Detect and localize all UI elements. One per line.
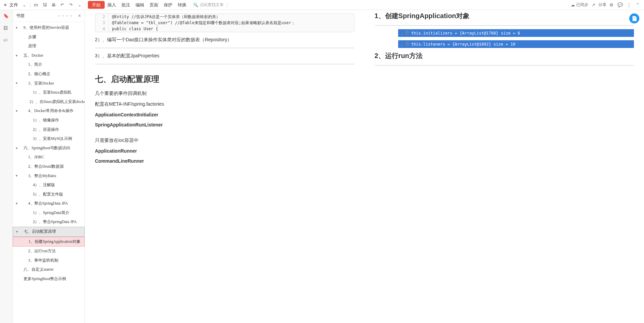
float-assistant-badge[interactable]: 📄 [629,13,639,23]
bookmark-sidebar: 书签 ▫ ▫ ▫ ▫ ✕ ▾9、使用外置的Servlet容器步骤原理▾五、Doc… [13,10,85,323]
top-toolbar: ≡ 文件 ⌄ 🗁 🖫 🖶 ↶ ↷ ⌄ 开始插入批注编辑页面保护转换 🔍 点此查找… [0,0,644,10]
bookmark-item[interactable]: 2）、整合SpringData JPA [13,217,85,227]
left-page: 2@Entity //告诉JPA这是一个实体类（和数据表映射的类）3@Table… [85,10,365,323]
tag-rail-icon[interactable]: 🏷 [3,38,9,44]
sync-status[interactable]: ☁ 已同步 [571,2,588,8]
bookmark-item[interactable]: 1、简介 [13,60,85,69]
bookmark-item[interactable]: 1）、SpringData简介 [13,208,85,218]
settings-icon[interactable]: ⚙ [608,1,615,9]
search-box[interactable]: 🔍 点此查找文本 ⋮ [193,2,229,8]
bookmark-item[interactable]: ▾4、Docker常用命令&操作 [13,106,85,116]
bookmark-item[interactable]: 2、整合Druid数据源 [13,162,85,171]
debug-header-listeners[interactable]: ⌄ ⓕ this.listeners = {ArrayList@1892} si… [398,40,634,48]
menu-转换[interactable]: 转换 [175,1,189,9]
heading-run: 2、运行run方法 [375,51,634,60]
menu-保护[interactable]: 保护 [161,1,175,9]
sidebar-tool-1-icon[interactable]: ▫ [58,13,59,18]
chat-icon[interactable]: 💬 [616,1,624,9]
code-block-entity: 2@Entity //告诉JPA这是一个实体类（和数据表映射的类）3@Table… [95,13,355,32]
code-block-repo [95,48,355,48]
share-label: 分享 [598,2,606,8]
bookmark-item[interactable]: ▾9、使用外置的Servlet容器 [13,23,85,33]
p-aci: ApplicationContextInitializer [95,112,355,117]
expand-icon: ⌄ [401,42,403,47]
bookmark-item[interactable]: 原理 [13,42,85,51]
redo-icon[interactable]: ↷ [67,1,75,9]
section-repo-title: 2）、编写一个Dao接口来操作实体类对应的数据表（Repository） [95,37,355,43]
menu-页面[interactable]: 页面 [147,1,161,9]
p-ioc: 只需要放在ioc容器中 [95,138,355,144]
code-block-run [375,65,634,66]
p-sarl: SpringApplicationRunListener [95,122,355,127]
bookmark-item[interactable]: ▾4、整合SpringData JPA [13,199,85,208]
sidebar-header: 书签 ▫ ▫ ▫ ▫ ✕ [13,10,85,22]
bookmark-item[interactable]: 3、事件监听机制 [13,256,85,265]
image-rail-icon[interactable]: 🖼 [3,25,9,32]
kebab-icon[interactable]: ⋮ [625,1,633,9]
field-icon: ⓕ [405,41,409,47]
menu-批注[interactable]: 批注 [119,1,133,9]
collapse-icon[interactable]: ⌃ [634,1,641,9]
heading-create-sa: 1、创建SpringApplication对象 [375,11,634,20]
p-ar: ApplicationRunner [95,148,355,154]
code-block-initialize [375,25,634,26]
bookmark-item[interactable]: 步骤 [13,33,85,42]
bookmark-item[interactable]: 4）、注解版 [13,180,85,190]
menu-开始[interactable]: 开始 [88,1,105,9]
sidebar-tool-3-icon[interactable]: ▫ [66,13,67,18]
p-callback: 几个重要的事件回调机制 [95,91,355,97]
sidebar-tool-4-icon[interactable]: ▫ [70,13,72,18]
share-button[interactable]: ↗ [590,1,597,9]
bookmark-item[interactable]: 5）、配置文件版 [13,190,85,199]
left-rail: 🔖 🖼 🏷 [0,10,13,323]
sidebar-title: 书签 [16,13,25,19]
p-clr: CommandLineRunner [95,158,355,164]
bookmark-item[interactable]: 1）、安装linux虚拟机 [13,88,85,97]
sidebar-tool-2-icon[interactable]: ▫ [62,13,63,18]
document-content: 2@Entity //告诉JPA这是一个实体类（和数据表映射的类）3@Table… [85,10,644,323]
bookmark-item[interactable]: ▾3、整合MyBatis [13,171,85,181]
bookmark-item[interactable]: 1）、镜像操作 [13,116,85,125]
bookmark-item[interactable]: ▾五、Docker [13,51,85,60]
search-icon: 🔍 [193,3,198,7]
bookmark-item[interactable]: 更多SpringBoot整合示例 [13,274,85,284]
menu-编辑[interactable]: 编辑 [133,1,147,9]
menu-icon[interactable]: ≡ [3,2,8,8]
bookmark-item[interactable]: 2）、在linux虚拟机上安装docker [13,97,85,107]
bookmark-item[interactable]: 1、JDBC [13,153,85,162]
file-menu[interactable]: 文件 [9,2,18,8]
debug-initializers: ⌄ ⓕ this.initializers = {ArrayList@1768}… [398,29,634,37]
bookmark-tree: ▾9、使用外置的Servlet容器步骤原理▾五、Docker1、简介2、核心概念… [13,22,85,323]
undo-icon[interactable]: ↶ [59,1,66,9]
bookmark-item[interactable]: ▾七、启动配置原理 [13,227,85,237]
chevron-down-icon[interactable]: ⌄ [21,1,28,9]
bookmark-item[interactable]: ▾六、SpringBoot与数据访问 [13,144,85,153]
bookmark-rail-icon[interactable]: 🔖 [3,13,9,19]
right-page: 1、创建SpringApplication对象 ⌄ ⓕ this.initial… [365,10,644,323]
print-icon[interactable]: 🖶 [50,1,57,9]
field-icon: ⓕ [405,30,409,36]
bookmark-item[interactable]: ▾3、安装Docker [13,79,85,88]
menu-插入[interactable]: 插入 [105,1,119,9]
cloud-icon: ☁ [571,3,575,7]
debug-header-initializers[interactable]: ⌄ ⓕ this.initializers = {ArrayList@1768}… [398,29,634,37]
bookmark-item[interactable]: 八、自定义starter [13,265,85,274]
section-jpa-title: 3）、基本的配置JpaProperties [95,53,355,59]
heading-startup: 七、启动配置原理 [95,74,355,85]
debug-listeners: ⌄ ⓕ this.listeners = {ArrayList@1892} si… [398,40,634,48]
expand-icon: ⌄ [401,31,403,36]
more-icon[interactable]: ⌄ [76,1,84,9]
bookmark-item[interactable]: 1、创建SpringApplication对象 [13,237,85,247]
save-icon[interactable]: 🖫 [41,1,49,9]
bookmark-item[interactable]: 2、核心概念 [13,69,85,79]
bookmark-item[interactable]: 2、运行run方法 [13,247,85,256]
bookmark-item[interactable]: 2）、容器操作 [13,125,85,134]
bookmark-item[interactable]: 3）、安装MySQL示例 [13,134,85,144]
p-factories: 配置在META-INF/spring.factories [95,101,355,107]
code-block-yaml [95,64,355,64]
open-icon[interactable]: 🗁 [33,1,40,9]
sidebar-close-icon[interactable]: ✕ [78,13,81,18]
